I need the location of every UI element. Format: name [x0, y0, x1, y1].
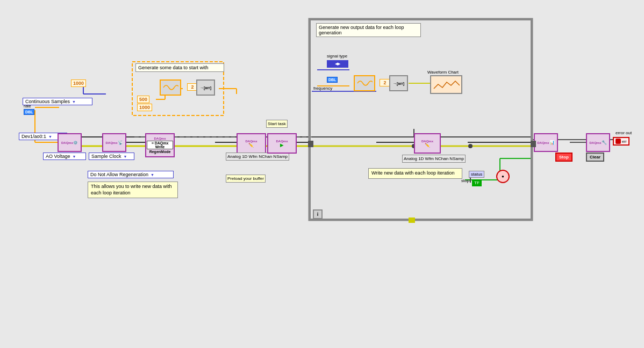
numeric-const-1000: 1000 [71, 79, 86, 87]
tunnel-bottom [409, 218, 415, 223]
stop-label: stop [461, 178, 469, 183]
stop-condition: ● [496, 170, 510, 183]
daqmx-clear: DAQmx 🔧 [586, 133, 610, 152]
dbl-tag-inner: DBL [327, 77, 338, 83]
generate-start-label: Generate some data to start with [135, 63, 224, 72]
daqmx-post-loop: DAQmx 📊 [534, 133, 558, 152]
svg-point-19 [468, 144, 473, 148]
daqmx-property-node: DAQmx ≡ DAQmx Write RegenMode [145, 133, 175, 157]
analog-wfm-label-1: Analog 1D Wfm NChan NSamp [226, 153, 289, 161]
build-array-1: →[arr] [196, 79, 215, 96]
write-new-data-annotation: Write new data with each loop iteration [368, 168, 462, 179]
error-out-cluster: err [613, 137, 629, 146]
diagram-area: 1000 Continuous Samples rate DBL Dev1/ao… [0, 0, 644, 348]
signal-type-label: signal type [327, 54, 347, 59]
numeric-const-500: 500 [137, 96, 149, 103]
daqmx-create-channel: DAQmx ⚙️ [58, 133, 82, 152]
preload-buffer-label: Preload your buffer [226, 175, 266, 183]
frequency-label: frequency [313, 86, 332, 91]
analog-wfm-label-2: Analog 1D Wfm NChan NSamp [402, 155, 466, 163]
info-box: i [313, 209, 323, 219]
bool-const-tf: TF [472, 179, 482, 186]
start-task-label: Start task [266, 120, 288, 128]
tunnel-left [308, 141, 313, 147]
tunnel-right [531, 141, 536, 147]
ao-voltage-dropdown[interactable]: AO Voltage [43, 153, 86, 160]
sine-generator [160, 79, 181, 96]
waveform-chart [430, 75, 462, 94]
dbl-tag-rate: DBL [24, 109, 34, 115]
build-array-2: →[arr] [389, 75, 408, 91]
svg-rect-25 [309, 19, 532, 220]
daqmx-write: DAQmx ✏️ [237, 133, 266, 154]
waveform-chart-label: Waveform Chart [427, 70, 459, 75]
error-out-label: error out [616, 130, 632, 135]
daqmx-write-inner: DAQmx ✏️ [414, 133, 441, 154]
clear-button[interactable]: Clear [586, 153, 604, 162]
numeric-const-1000b: 1000 [137, 104, 152, 111]
signal-type-dropdown[interactable]: ◀▶ [327, 60, 348, 68]
rate-label: rate [24, 104, 31, 108]
sine-generator-inner [354, 75, 375, 91]
daqmx-timing: DAQmx 📡 [102, 133, 126, 152]
numeric-const-2b: 2 [380, 79, 390, 86]
generate-output-label: Generate new output data for each loop g… [316, 23, 421, 37]
while-loop-container [309, 19, 532, 220]
continuous-samples-dropdown[interactable]: Continuous Samples [23, 98, 92, 105]
sample-clock-dropdown[interactable]: Sample Clock [89, 153, 134, 160]
stop-button[interactable]: Stop [555, 153, 573, 162]
status-label: status [469, 171, 484, 178]
do-not-allow-regen-dropdown[interactable]: Do Not Allow Regeneration [88, 171, 174, 178]
annotation-allows: This allows you to write new data with e… [88, 182, 178, 198]
daqmx-start-task: DAQmx ▶ [267, 133, 297, 154]
